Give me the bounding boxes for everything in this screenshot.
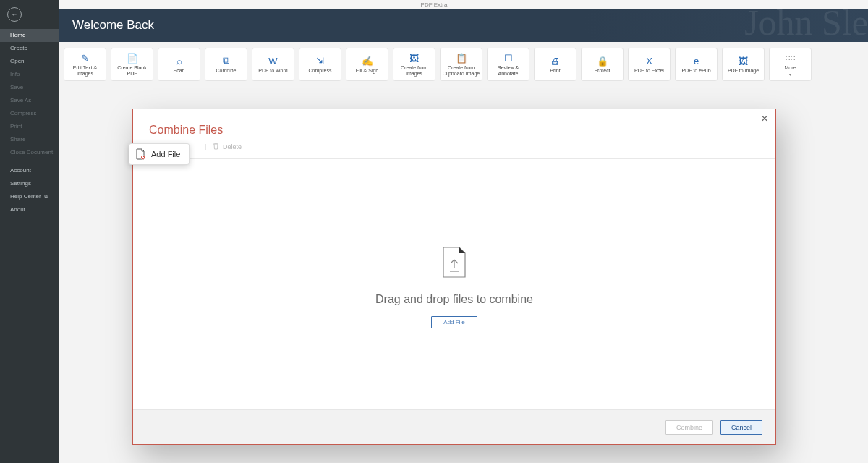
- sidebar-item-save: Save: [0, 81, 59, 94]
- sidebar-item-about[interactable]: About: [0, 203, 59, 216]
- modal-footer: Combine Cancel: [133, 409, 775, 444]
- action-icon: ☐: [503, 52, 514, 64]
- action-icon: ✍: [362, 55, 373, 67]
- welcome-banner: Welcome Back John Sle: [59, 9, 868, 42]
- action-pdf-to-image[interactable]: 🖼PDF to Image: [722, 48, 765, 81]
- sidebar-item-create[interactable]: Create: [0, 42, 59, 55]
- action-review-annotate[interactable]: ☐Review & Annotate: [487, 48, 529, 81]
- action-create-from-images[interactable]: 🖼Create from Images: [393, 48, 435, 81]
- add-file-icon: [135, 148, 145, 160]
- action-icon: ⌕: [174, 55, 185, 67]
- back-arrow-icon: ←: [12, 11, 18, 18]
- action-label: Fill & Sign: [356, 68, 379, 74]
- close-icon: ✕: [761, 114, 768, 124]
- delete-label: Delete: [223, 143, 242, 150]
- action-label: PDF to Image: [728, 68, 759, 74]
- sidebar-item-settings[interactable]: Settings: [0, 177, 59, 190]
- action-icon: 🖼: [738, 55, 749, 67]
- sidebar-item-share: Share: [0, 133, 59, 146]
- combine-button: Combine: [665, 420, 713, 435]
- more-dots-icon: ∷∷: [785, 52, 796, 64]
- action-label: Print: [550, 68, 560, 74]
- add-file-label: Add File: [151, 150, 180, 158]
- action-compress[interactable]: ⇲Compress: [299, 48, 341, 81]
- action-combine[interactable]: ⧉Combine: [205, 48, 247, 81]
- more-label: More: [785, 65, 796, 71]
- sidebar-item-help-center[interactable]: Help Center⧉: [0, 190, 59, 203]
- action-icon: 🔒: [597, 55, 608, 67]
- action-row: ✎Edit Text & Images📄Create Blank PDF⌕Sca…: [59, 42, 868, 87]
- action-label: PDF to ePub: [681, 68, 710, 74]
- sidebar-item-print: Print: [0, 120, 59, 133]
- action-icon: 🖨: [550, 55, 561, 67]
- upload-page-icon: [441, 247, 467, 281]
- banner-title: Welcome Back: [72, 18, 154, 33]
- chevron-down-icon: ▾: [789, 72, 791, 77]
- sidebar-item-open[interactable]: Open: [0, 55, 59, 68]
- sidebar: ← HomeCreateOpenInfoSaveSave AsCompressP…: [0, 0, 59, 463]
- modal-toolbar: Delete: [133, 143, 775, 159]
- sidebar-item-account[interactable]: Account: [0, 164, 59, 177]
- action-pdf-to-excel[interactable]: XPDF to Excel: [628, 48, 671, 81]
- sidebar-item-save-as: Save As: [0, 94, 59, 107]
- action-label: Create Blank PDF: [113, 65, 151, 77]
- cancel-button[interactable]: Cancel: [720, 420, 762, 435]
- sidebar-item-info: Info: [0, 68, 59, 81]
- drop-message: Drag and drop files to combine: [375, 293, 533, 306]
- toolbar-divider: [205, 144, 206, 150]
- add-file-popover[interactable]: Add File: [129, 143, 190, 165]
- external-icon: ⧉: [44, 194, 48, 199]
- action-icon: 📄: [127, 52, 138, 64]
- action-label: Edit Text & Images: [66, 65, 104, 77]
- modal-title: Combine Files: [133, 109, 775, 143]
- action-create-blank-pdf[interactable]: 📄Create Blank PDF: [111, 48, 153, 81]
- action-label: Create from Images: [395, 65, 433, 77]
- action-label: Scan: [174, 68, 185, 74]
- sidebar-item-close-document: Close Document: [0, 146, 59, 159]
- action-pdf-to-epub[interactable]: ePDF to ePub: [675, 48, 718, 81]
- action-protect[interactable]: 🔒Protect: [581, 48, 624, 81]
- action-icon: 🖼: [409, 52, 420, 64]
- action-label: PDF to Excel: [634, 68, 664, 74]
- action-label: Create from Clipboard Image: [442, 65, 480, 77]
- action-icon: W: [268, 55, 279, 67]
- sidebar-item-compress: Compress: [0, 107, 59, 120]
- action-create-from-clipboard-image[interactable]: 📋Create from Clipboard Image: [440, 48, 482, 81]
- action-label: PDF to Word: [258, 68, 287, 74]
- delete-button: Delete: [213, 143, 242, 151]
- combine-files-modal: ✕ Combine Files Delete Drag and dro: [132, 109, 776, 445]
- dropzone[interactable]: Drag and drop files to combine Add File: [133, 171, 775, 404]
- action-scan[interactable]: ⌕Scan: [158, 48, 200, 81]
- action-fill-sign[interactable]: ✍Fill & Sign: [346, 48, 388, 81]
- action-label: Protect: [594, 68, 610, 74]
- action-more[interactable]: ∷∷More▾: [769, 48, 812, 81]
- action-label: Review & Annotate: [489, 65, 527, 77]
- action-icon: ⇲: [315, 55, 326, 67]
- close-button[interactable]: ✕: [761, 114, 768, 124]
- action-icon: 📋: [456, 52, 467, 64]
- action-print[interactable]: 🖨Print: [534, 48, 576, 81]
- action-label: Compress: [309, 68, 332, 74]
- action-icon: X: [644, 55, 655, 67]
- action-edit-text-images[interactable]: ✎Edit Text & Images: [64, 48, 106, 81]
- signature-decoration-icon: John Sle: [744, 9, 868, 42]
- action-icon: e: [691, 55, 702, 67]
- add-file-button[interactable]: Add File: [431, 316, 477, 328]
- back-button[interactable]: ←: [7, 7, 22, 22]
- sidebar-item-home[interactable]: Home: [0, 29, 59, 42]
- action-icon: ✎: [80, 52, 91, 64]
- action-pdf-to-word[interactable]: WPDF to Word: [252, 48, 294, 81]
- action-icon: ⧉: [221, 55, 232, 67]
- trash-icon: [213, 143, 219, 151]
- action-label: Combine: [216, 68, 236, 74]
